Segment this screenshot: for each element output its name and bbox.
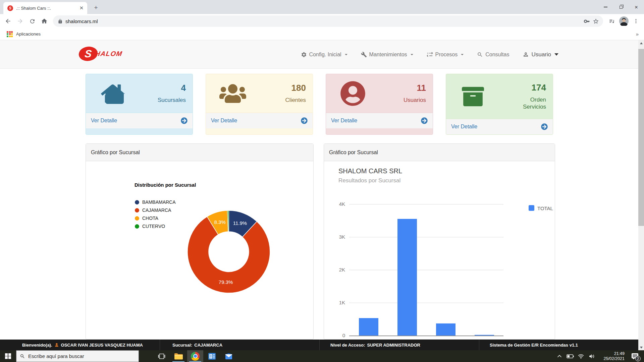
bookmark-label: Aplicaciones [16, 32, 41, 37]
close-button[interactable]: × [629, 0, 644, 14]
reload-icon[interactable] [27, 16, 38, 26]
panel-heading: Gráfico por Sucursal [86, 144, 313, 161]
scroll-down-arrow[interactable] [638, 345, 644, 350]
windows-logo-icon [5, 353, 11, 359]
bar-axis-tick: 4K [324, 201, 345, 207]
status-footer: Bienvenido(a). OSCAR IVAN JESUS VASQUEZ … [0, 340, 638, 350]
bar-chart-body: SHALOM CARS SRL Resultados por Sucursal … [324, 161, 555, 339]
card-value: 11 [373, 83, 426, 93]
browser-tab-bar: S .:: Shalom Cars ::. ✕ + × [0, 0, 644, 14]
bar-gridline [349, 204, 503, 204]
bookmark-apps[interactable]: Aplicaciones [7, 31, 41, 37]
footer-value: Sistema de Gestión E/R Encomiendas v1.1 [490, 343, 578, 348]
bar-cajamarca[interactable] [397, 219, 417, 336]
bar-axis-tick: 1K [324, 300, 345, 305]
footer-sistema: Sistema de Gestión E/R Encomiendas v1.1 [479, 340, 638, 350]
card-value: 4 [133, 83, 186, 93]
restore-button[interactable] [613, 0, 629, 14]
footer-label: Bienvenido(a). [22, 343, 52, 348]
bookmarks-overflow-chevron[interactable]: » [634, 31, 641, 37]
menu-label: Mantenimientos [369, 52, 407, 58]
folder-icon [174, 353, 183, 360]
back-icon[interactable] [3, 16, 13, 26]
profile-avatar[interactable] [619, 16, 629, 26]
ver-detalle-link[interactable]: Ver Detalle [331, 118, 357, 124]
battery-icon[interactable] [566, 350, 575, 362]
office-app-icon [208, 353, 216, 360]
card-footer: Ver Detalle [446, 119, 553, 134]
footer-welcome: Bienvenido(a). OSCAR IVAN JESUS VASQUEZ … [0, 340, 160, 350]
stat-cards: 4 Sucursales Ver Detalle 180 Client [86, 74, 553, 135]
card-label: Clientes [253, 97, 306, 104]
footer-user-name: OSCAR IVAN JESUS VASQUEZ HUAMA [61, 343, 143, 348]
bar-axis-tick: 3K [324, 234, 345, 240]
users-icon [213, 83, 253, 104]
card-body: 4 Sucursales [86, 74, 193, 113]
key-icon[interactable] [584, 18, 590, 24]
bar-bambamarca[interactable] [359, 318, 378, 336]
ver-detalle-link[interactable]: Ver Detalle [451, 124, 477, 130]
donut-chart: 11.9%79.3%8.3% [86, 161, 313, 339]
pie-slice-label: 11.9% [233, 220, 247, 226]
forward-icon[interactable] [15, 16, 25, 26]
arrow-circle-right-icon[interactable] [541, 123, 548, 130]
taskbar-clock[interactable]: 21:49 25/02/2021 [598, 351, 627, 361]
new-tab-button[interactable]: + [92, 4, 100, 12]
chrome-button[interactable] [187, 350, 203, 362]
mail-button[interactable] [221, 350, 237, 362]
bar-chota[interactable] [436, 323, 455, 336]
task-view-icon [158, 353, 165, 359]
bookmark-star-icon[interactable] [593, 18, 599, 24]
pie-slice-label: 8.3% [214, 219, 225, 225]
arrow-circle-right-icon[interactable] [301, 117, 308, 124]
minimize-button[interactable] [598, 0, 613, 14]
task-view-button[interactable] [154, 350, 170, 362]
tab-close-icon[interactable]: ✕ [78, 5, 85, 11]
taskbar-search[interactable] [16, 350, 139, 362]
search-input[interactable] [28, 353, 129, 359]
scroll-up-arrow[interactable] [638, 40, 644, 46]
card-orden-servicios: 174 Orden Servicios Ver Detalle [446, 74, 553, 135]
media-controls-icon[interactable] [606, 16, 617, 26]
office-app-button[interactable] [204, 350, 220, 362]
menu-label: Usuario [531, 51, 551, 58]
card-sucursales: 4 Sucursales Ver Detalle [86, 74, 193, 135]
ver-detalle-link[interactable]: Ver Detalle [211, 118, 237, 124]
browser-tab[interactable]: S .:: Shalom Cars ::. ✕ [3, 2, 87, 14]
system-tray: 21:49 25/02/2021 2 [555, 350, 644, 362]
menu-config-inicial[interactable]: Config. Inicial [301, 52, 347, 58]
legend-label: TOTAL [537, 205, 553, 211]
donut-chart-body: Distribución por Sucursal BAMBAMARCA CAJ… [86, 161, 313, 339]
brand-logo[interactable]: S HALOM [79, 47, 122, 61]
user-icon [54, 343, 59, 347]
start-button[interactable] [0, 350, 16, 362]
bar-axis-tick: 0 [324, 333, 345, 338]
page-viewport: S HALOM Config. Inicial Mantenimientos P… [0, 40, 644, 350]
wrench-icon [361, 52, 367, 58]
arrow-circle-right-icon[interactable] [421, 117, 428, 124]
gears-icon [301, 52, 307, 58]
home-icon[interactable] [39, 16, 50, 26]
browser-menu-icon[interactable] [631, 16, 641, 26]
footer-value: SUPER ADMINISTRADOR [367, 343, 420, 348]
wifi-icon[interactable] [576, 350, 586, 362]
mail-icon [225, 353, 233, 360]
arrow-circle-right-icon[interactable] [181, 117, 187, 124]
tray-chevron-icon[interactable] [555, 350, 564, 362]
file-explorer-button[interactable] [170, 350, 186, 362]
menu-consultas[interactable]: Consultas [477, 52, 509, 58]
card-label: Orden Servicios [506, 96, 546, 111]
menu-usuario[interactable]: Usuario [523, 51, 558, 58]
lock-icon [58, 19, 63, 24]
bar-gridline [349, 303, 503, 303]
scrollbar-thumb[interactable] [638, 49, 644, 226]
menu-procesos[interactable]: Procesos [427, 52, 464, 58]
ver-detalle-link[interactable]: Ver Detalle [91, 118, 117, 124]
address-bar[interactable]: shalomcars.ml [53, 15, 603, 27]
action-center-button[interactable]: 2 [628, 350, 642, 362]
menu-mantenimientos[interactable]: Mantenimientos [361, 52, 413, 58]
card-footer: Ver Detalle [86, 113, 193, 128]
archive-icon [453, 85, 493, 108]
home-icon [93, 83, 133, 104]
speaker-icon[interactable] [587, 350, 596, 362]
